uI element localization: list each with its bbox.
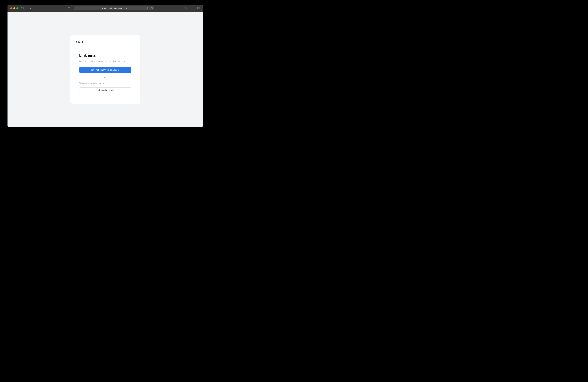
page-content: Back Link email We find a related accoun… bbox=[7, 12, 203, 127]
divider: or bbox=[79, 76, 131, 79]
back-link[interactable]: Back bbox=[75, 41, 83, 44]
svg-rect-8 bbox=[199, 7, 199, 8]
page-title: Link email bbox=[79, 53, 131, 58]
forward-button[interactable] bbox=[34, 7, 38, 10]
new-tab-icon[interactable] bbox=[190, 7, 194, 10]
address-bar[interactable]: auth.logto.ppresume.com bbox=[74, 6, 154, 10]
auth-card: Back Link email We find a related accoun… bbox=[70, 35, 140, 104]
svg-rect-4 bbox=[148, 8, 149, 9]
url-text: auth.logto.ppresume.com bbox=[104, 7, 127, 9]
reload-icon[interactable] bbox=[151, 7, 153, 10]
nav-arrows bbox=[29, 7, 38, 10]
back-button[interactable] bbox=[29, 7, 32, 10]
chevron-left-icon bbox=[75, 41, 78, 44]
back-label: Back bbox=[78, 41, 83, 43]
lock-icon bbox=[102, 7, 103, 9]
toolbar-right bbox=[184, 7, 200, 10]
chevron-down-icon bbox=[24, 7, 26, 10]
secondary-subtitle: You can link another email bbox=[79, 82, 131, 84]
browser-window: auth.logto.ppresume.com bbox=[7, 5, 203, 127]
svg-rect-7 bbox=[198, 7, 198, 8]
url-right-controls bbox=[147, 7, 153, 10]
translate-icon[interactable] bbox=[147, 7, 149, 10]
svg-rect-9 bbox=[198, 8, 198, 9]
link-another-button[interactable]: Link another email bbox=[79, 87, 131, 93]
share-icon[interactable] bbox=[184, 7, 187, 10]
window-controls bbox=[10, 7, 18, 9]
link-primary-button[interactable]: Link with xiao****@gmail.com bbox=[79, 67, 131, 73]
browser-toolbar: auth.logto.ppresume.com bbox=[7, 5, 203, 12]
tab-overview-icon[interactable] bbox=[197, 7, 200, 10]
privacy-shield-icon[interactable] bbox=[67, 7, 71, 10]
close-window-button[interactable] bbox=[10, 7, 12, 9]
minimize-window-button[interactable] bbox=[13, 7, 15, 9]
sidebar-toggle[interactable] bbox=[21, 7, 26, 10]
sidebar-icon bbox=[21, 7, 24, 10]
maximize-window-button[interactable] bbox=[16, 7, 18, 9]
svg-rect-10 bbox=[199, 8, 199, 9]
divider-label: or bbox=[104, 76, 106, 79]
svg-rect-0 bbox=[21, 7, 23, 9]
subtitle-text: We find a related account, you can link … bbox=[79, 60, 131, 63]
